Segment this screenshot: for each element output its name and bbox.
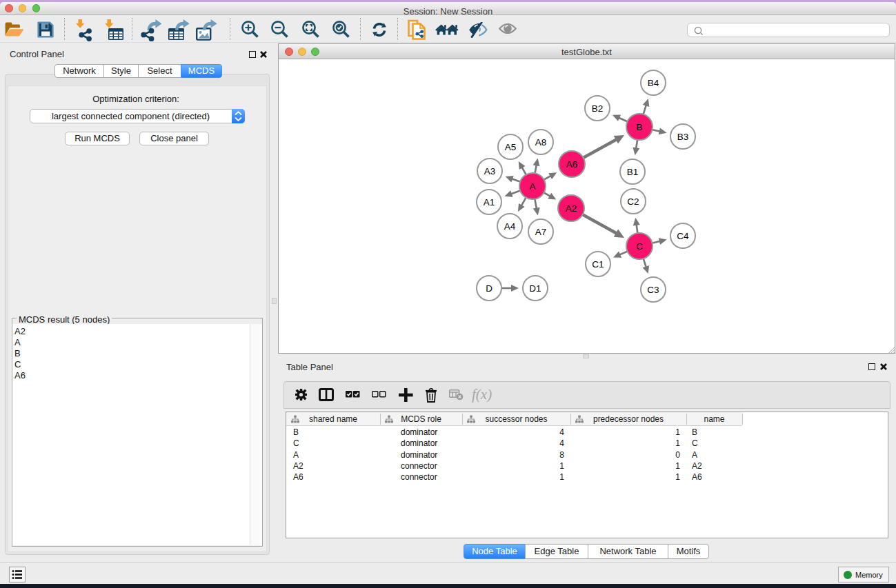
svg-text:A2: A2: [566, 203, 577, 214]
svg-text:D1: D1: [529, 283, 541, 294]
svg-text:A4: A4: [504, 221, 516, 232]
svg-text:D: D: [486, 283, 492, 294]
svg-text:A: A: [529, 181, 535, 192]
svg-text:A3: A3: [484, 166, 496, 176]
svg-text:B4: B4: [648, 78, 659, 88]
svg-text:B3: B3: [677, 132, 689, 142]
svg-text:A8: A8: [535, 137, 547, 148]
svg-text:A6: A6: [566, 159, 578, 170]
svg-text:B: B: [636, 122, 642, 132]
svg-text:A1: A1: [484, 197, 495, 207]
svg-text:C1: C1: [592, 259, 604, 270]
svg-text:A7: A7: [535, 227, 547, 237]
svg-text:C4: C4: [677, 231, 689, 241]
svg-text:A5: A5: [505, 142, 517, 152]
svg-text:B1: B1: [627, 167, 639, 177]
svg-text:C2: C2: [627, 196, 639, 207]
svg-text:B2: B2: [592, 103, 604, 114]
svg-text:C3: C3: [647, 285, 659, 295]
svg-text:C: C: [636, 241, 643, 252]
